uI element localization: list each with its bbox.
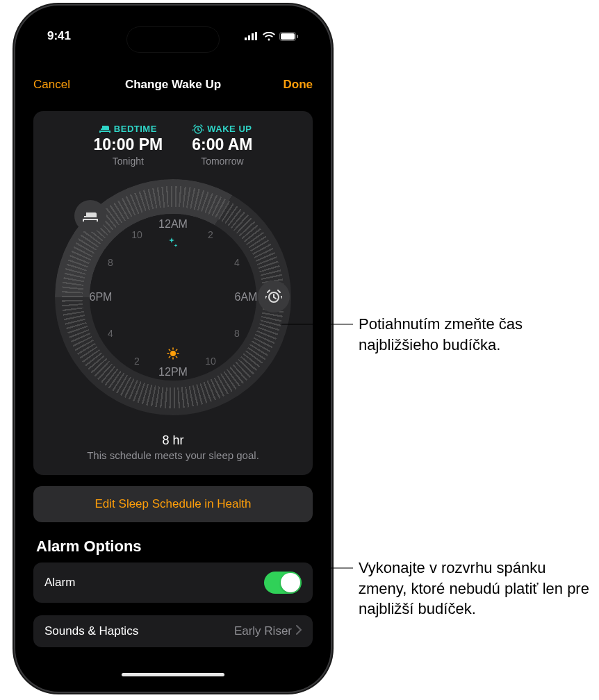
schedule-card: BEDTIME 10:00 PM Tonight WAKE UP 6:00 AM… [33, 111, 313, 475]
sun-icon [167, 347, 179, 362]
clock-8a: 8 [234, 328, 240, 339]
clock-4p: 4 [108, 328, 113, 339]
screen: 9:41 Cancel Change Wake Up Done BEDTIME [25, 15, 321, 682]
home-indicator[interactable] [122, 673, 224, 676]
bedtime-sub: Tonight [93, 156, 163, 167]
clock-2p: 2 [134, 356, 140, 367]
stars-icon [167, 238, 179, 251]
wakeup-label: WAKE UP [207, 124, 252, 134]
callout-edit-schedule: Vykonajte v rozvrhu spánku zmeny, ktoré … [359, 558, 595, 619]
clock-4a: 4 [234, 257, 240, 268]
alarm-label: Alarm [44, 576, 75, 590]
bed-icon [83, 211, 98, 222]
bedtime-time: 10:00 PM [93, 135, 163, 154]
wakeup-time: 6:00 AM [192, 135, 252, 154]
clock-8p: 8 [108, 257, 113, 268]
alarm-icon [192, 124, 204, 134]
wakeup-sub: Tomorrow [192, 156, 252, 167]
wifi-icon [263, 32, 275, 41]
alarm-icon [265, 289, 282, 304]
alarm-switch[interactable] [264, 572, 302, 594]
summary: 8 hr This schedule meets your sleep goal… [42, 433, 304, 461]
svg-point-9 [170, 351, 176, 356]
sounds-label: Sounds & Haptics [44, 624, 138, 638]
bed-icon [99, 125, 110, 133]
clock-6am: 6AM [235, 291, 258, 303]
bedtime-knob[interactable] [74, 200, 106, 232]
status-time: 9:41 [47, 29, 71, 43]
svg-rect-0 [245, 38, 247, 40]
summary-duration: 8 hr [42, 433, 304, 448]
bedtime-block: BEDTIME 10:00 PM Tonight [93, 124, 163, 167]
clock-6pm: 6PM [90, 291, 113, 303]
summary-note: This schedule meets your sleep goal. [42, 449, 304, 461]
iphone-frame: 9:41 Cancel Change Wake Up Done BEDTIME [15, 6, 331, 692]
svg-rect-3 [255, 32, 257, 40]
svg-rect-5 [281, 33, 295, 40]
cancel-button[interactable]: Cancel [33, 78, 70, 92]
clock-10p: 10 [131, 229, 142, 240]
battery-icon [279, 32, 299, 41]
clock-2a: 2 [208, 229, 213, 240]
svg-rect-2 [252, 33, 254, 40]
svg-rect-1 [248, 35, 250, 40]
alarm-toggle-row[interactable]: Alarm [33, 562, 313, 603]
done-button[interactable]: Done [284, 78, 313, 92]
clock-12am: 12AM [158, 218, 188, 231]
dynamic-island [126, 26, 220, 53]
sounds-haptics-row[interactable]: Sounds & Haptics Early Riser [33, 615, 313, 647]
nav-bar: Cancel Change Wake Up Done [33, 68, 313, 101]
clock-10a: 10 [205, 356, 216, 367]
cellular-icon [245, 32, 259, 40]
phone-power-button [331, 182, 334, 258]
chevron-right-icon [296, 624, 302, 638]
clock-12pm: 12PM [158, 366, 188, 378]
svg-rect-6 [297, 35, 298, 38]
app-content: Cancel Change Wake Up Done BEDTIME 10:00… [25, 68, 321, 682]
edit-schedule-button[interactable]: Edit Sleep Schedule in Health [33, 486, 313, 522]
sleep-dial[interactable]: 12AM 6AM 12PM 6PM 2 4 8 10 2 4 8 10 [55, 179, 291, 415]
alarm-options-title: Alarm Options [36, 538, 313, 556]
bedtime-label: BEDTIME [114, 124, 157, 134]
callout-wake-drag: Potiahnutím zmeňte čas najbližšieho budí… [359, 314, 595, 355]
wakeup-knob[interactable] [258, 281, 290, 312]
wakeup-block: WAKE UP 6:00 AM Tomorrow [192, 124, 252, 167]
sounds-value: Early Riser [234, 624, 292, 638]
